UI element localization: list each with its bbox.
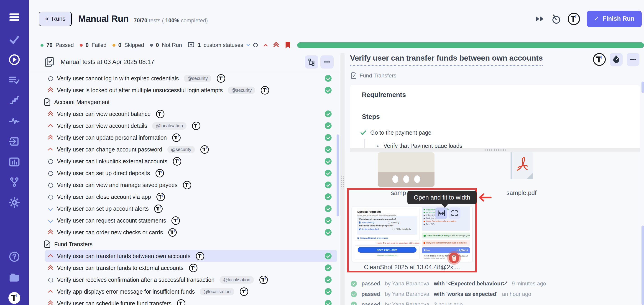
sidebar-item-activity-icon[interactable] [0,112,29,129]
test-detail-title[interactable]: Verify user can transfer funds between o… [350,54,543,66]
back-to-runs-button[interactable]: « Runs [39,12,72,26]
passed-status-icon[interactable] [325,170,332,176]
ai-logo-icon[interactable] [260,276,268,284]
test-row[interactable]: Verify user can schedule future fund tra… [45,298,337,305]
open-fit-to-width-button[interactable] [436,208,447,219]
sidebar-item-imports-icon[interactable] [0,133,29,150]
test-row[interactable]: Verify user can transfer funds between o… [45,250,337,262]
ai-logo-icon[interactable] [200,145,209,154]
breadcrumb[interactable]: Fund Transfers [351,72,396,79]
group-tree-button[interactable] [305,55,318,68]
test-row[interactable]: Account Management [44,96,337,108]
passed-status-icon[interactable] [325,146,332,153]
timer-icon[interactable] [551,14,561,24]
attachment-pdf-thumbnail[interactable] [510,152,533,179]
test-row[interactable]: Verify user can view and manage saved pa… [45,179,337,191]
test-row[interactable]: Verify user can transfer funds to extern… [45,262,337,274]
test-row[interactable]: Verify user cannot log in with expired c… [45,72,337,84]
ai-logo-icon[interactable] [189,264,198,272]
ai-logo-icon[interactable] [196,252,204,260]
sidebar-item-testcases-icon[interactable] [0,72,29,88]
passed-status-icon[interactable] [325,87,332,94]
test-row[interactable]: Verify user can close account via app [45,191,337,203]
priority-high-filter-icon[interactable] [264,44,268,48]
panel-resizer-vertical[interactable] [340,53,344,305]
ai-logo-icon[interactable] [156,193,165,201]
detail-more-options-button[interactable] [627,53,640,66]
passed-status-icon[interactable] [325,182,332,188]
passed-status-icon[interactable] [325,288,332,295]
list-more-options-button[interactable] [320,55,334,68]
priority-normal-filter-icon[interactable] [253,43,258,48]
passed-status-icon[interactable] [325,264,332,271]
passed-status-icon[interactable] [325,300,332,305]
app-logo-icon[interactable] [0,290,29,305]
test-row[interactable]: Verify user can request account statemen… [45,214,337,226]
list-scrollbar[interactable] [336,134,339,216]
passed-status-icon[interactable] [325,205,332,212]
test-row[interactable]: Verify user can view account balance [45,108,337,120]
step-item[interactable]: Go to the payment page [362,130,431,136]
sidebar-item-checks-icon[interactable] [0,32,29,48]
ai-logo-icon[interactable] [172,216,180,225]
passed-status-icon[interactable] [325,276,332,283]
priority-icon [47,110,54,117]
failed-dot-icon [80,44,83,47]
ai-logo-icon[interactable] [156,169,164,178]
ai-logo-icon[interactable] [217,74,225,83]
custom-statuses-dropdown[interactable]: 1 custom statuses [188,42,250,48]
passed-status-icon[interactable] [325,158,332,165]
test-row[interactable]: Verify user can link/unlink external acc… [45,155,337,167]
bookmark-filter-icon[interactable] [285,42,291,49]
open-fullscreen-button[interactable] [448,208,460,219]
passed-status-icon[interactable] [325,134,332,141]
timer-button[interactable] [610,53,622,66]
menu-hamburger-icon[interactable] [0,9,29,25]
delete-attachment-button[interactable] [449,252,459,263]
passed-status-icon[interactable] [325,252,332,260]
test-row[interactable]: Fund Transfers [44,238,337,250]
sidebar-item-reports-icon[interactable] [0,154,29,170]
substep-item[interactable]: Verify that Payment page loads [377,142,462,148]
test-row[interactable]: Verify user can set up direct deposits [45,167,337,179]
detail-scrollbar-top[interactable] [642,82,644,93]
help-icon[interactable] [0,248,29,265]
sidebar-item-settings-gear-icon[interactable] [0,194,29,211]
sidebar-item-versions-icon[interactable] [0,174,29,190]
projects-folder-icon[interactable] [0,269,29,286]
test-row[interactable]: Verify user can change account password … [45,144,337,155]
ai-logo-icon[interactable] [173,157,181,166]
passed-status-icon[interactable] [325,75,332,82]
test-row[interactable]: Verify user can update personal informat… [45,132,337,144]
ai-logo-icon[interactable] [156,110,164,118]
test-row[interactable]: Verify user can order new checks or card… [45,226,337,238]
passed-status-icon[interactable] [325,110,332,117]
passed-status-icon[interactable] [325,217,332,224]
ai-logo-icon[interactable] [183,181,191,189]
test-row[interactable]: Verify user receives confirmation after … [45,274,337,286]
testomat-logo-icon[interactable] [568,13,580,25]
finish-run-button[interactable]: ✓ Finish Run [587,11,642,27]
passed-status-icon[interactable] [325,122,332,129]
test-row[interactable]: Verify app displays error message for in… [45,286,337,298]
ai-logo-icon[interactable] [154,204,162,213]
ai-logo-icon[interactable] [177,299,185,305]
ai-logo-icon[interactable] [593,53,606,66]
detail-scrollbar-bottom[interactable] [642,226,644,305]
priority-critical-filter-icon[interactable] [274,42,278,48]
passed-status-icon[interactable] [325,194,332,200]
ai-logo-icon[interactable] [261,86,269,94]
test-row[interactable]: Verify user is locked out after multiple… [45,84,337,96]
ai-logo-icon[interactable] [240,288,248,296]
panel-resizer-horizontal[interactable] [350,148,640,152]
test-row[interactable]: Verify user can view account details @lo… [45,120,337,132]
sidebar-item-milestones-icon[interactable] [0,92,29,108]
passed-status-icon[interactable] [325,229,332,236]
test-row[interactable]: Verify user can set up account alerts [45,203,337,214]
ai-logo-icon[interactable] [168,228,177,237]
sidebar-item-runs-icon[interactable] [0,52,29,68]
ai-logo-icon[interactable] [172,134,180,142]
fast-forward-icon[interactable] [535,15,544,23]
attachment-image-thumbnail[interactable] [378,152,434,187]
ai-logo-icon[interactable] [192,122,200,130]
